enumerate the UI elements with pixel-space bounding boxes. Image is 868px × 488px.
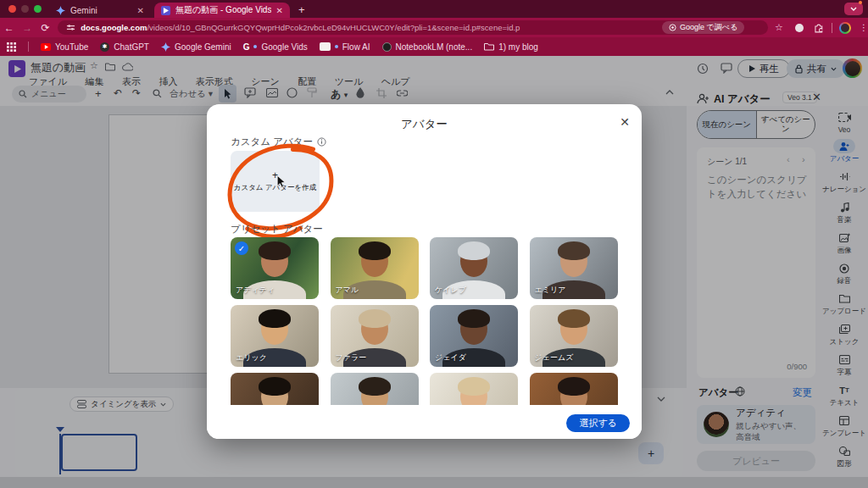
browser-address-bar: ← → ⟳ docs.google.com/videos/d/10_GBnQGu…	[0, 18, 868, 37]
avatar-tile[interactable]	[331, 373, 419, 405]
divider	[832, 23, 832, 33]
profile-avatar[interactable]	[839, 22, 851, 34]
divider	[28, 42, 29, 52]
preset-avatar-grid: ✓ アディティ アマル ケイレブ エミリア エリック ファラー	[231, 237, 618, 405]
browser-menu-icon[interactable]: ⋮	[860, 23, 868, 32]
avatar-photo	[560, 245, 587, 277]
back-icon[interactable]: ←	[0, 22, 18, 34]
bookmark-flow-ai[interactable]: Flow AI	[320, 42, 370, 52]
bookmark-folder-myblog[interactable]: 1) my blog	[484, 42, 538, 52]
gemini-sparkle-icon	[161, 42, 170, 52]
tab-google-vids[interactable]: 無題の動画 - Google Vids ✕	[154, 3, 290, 18]
avatar-tile[interactable]	[530, 373, 618, 405]
bookmark-chatgpt[interactable]: ✱ChatGPT	[100, 42, 149, 52]
chevron-down-icon	[850, 7, 857, 11]
avatar-dialog: アバター ✕ カスタム アバター + カスタム アバターを作成 プリセット アバ…	[207, 104, 642, 439]
notebooklm-icon	[382, 42, 392, 52]
bookmark-notebooklm[interactable]: NotebookLM (note...	[382, 42, 473, 52]
reload-icon[interactable]: ⟳	[36, 22, 54, 34]
avatar-photo	[261, 245, 288, 277]
avatar-photo	[460, 313, 487, 345]
avatar-photo	[560, 313, 587, 345]
bookmark-google-gemini[interactable]: Google Gemini	[161, 42, 231, 52]
avatar-tile[interactable]	[430, 373, 518, 405]
avatar-tile-farah[interactable]: ファラー	[331, 305, 419, 367]
google-g-icon: G	[243, 42, 250, 52]
window-minimize-button[interactable]	[21, 5, 29, 13]
mouse-cursor-icon	[276, 175, 287, 188]
new-tab-button[interactable]: +	[298, 3, 305, 16]
avatar-photo	[261, 313, 288, 345]
dot-icon	[335, 45, 338, 48]
avatar-tile-eric[interactable]: エリック	[231, 305, 319, 367]
avatar-photo	[261, 380, 288, 405]
avatar-tile[interactable]	[231, 373, 319, 405]
bookmarks-bar: YouTube ✱ChatGPT Google Gemini GGoogle V…	[0, 37, 868, 56]
avatar-photo	[361, 380, 388, 405]
select-button[interactable]: 選択する	[566, 414, 630, 432]
lens-icon	[669, 24, 676, 31]
update-dot	[859, 1, 862, 4]
preset-avatar-section-label: プリセット アバター	[231, 223, 323, 236]
folder-icon	[484, 42, 494, 51]
dialog-title: アバター	[207, 117, 642, 132]
google-lens-chip[interactable]: Google で調べる	[662, 21, 744, 34]
tab-gemini[interactable]: Gemini ✕	[49, 3, 151, 18]
bookmark-youtube[interactable]: YouTube	[41, 42, 88, 52]
tab-label: Gemini	[70, 6, 97, 15]
bookmark-star-icon[interactable]: ☆	[775, 22, 783, 33]
tab-label: 無題の動画 - Google Vids	[175, 4, 271, 16]
avatar-photo	[460, 380, 487, 405]
avatar-photo	[361, 313, 388, 345]
window-maximize-button[interactable]	[34, 5, 42, 13]
avatar-tile-amal[interactable]: アマル	[331, 237, 419, 299]
site-settings-icon	[66, 23, 75, 32]
avatar-tile-aditi[interactable]: ✓ アディティ	[231, 237, 319, 299]
extension-icon[interactable]	[795, 24, 804, 32]
tab-search-chevron-button[interactable]	[844, 3, 863, 15]
avatar-tile-caleb[interactable]: ケイレブ	[430, 237, 518, 299]
dot-icon	[253, 45, 257, 48]
gemini-sparkle-icon	[56, 6, 65, 15]
avatar-tile-james[interactable]: ジェームズ	[530, 305, 618, 367]
tab-close-icon[interactable]: ✕	[276, 6, 283, 15]
window-close-button[interactable]	[8, 5, 16, 13]
extensions-puzzle-icon[interactable]	[814, 23, 824, 33]
vids-favicon	[161, 6, 170, 15]
avatar-photo	[460, 245, 487, 277]
youtube-icon	[41, 43, 51, 51]
avatar-tile-emilia[interactable]: エミリア	[530, 237, 618, 299]
selected-check-badge: ✓	[235, 241, 248, 255]
apps-grid-icon[interactable]	[7, 42, 16, 52]
dialog-close-icon[interactable]: ✕	[620, 115, 630, 129]
chatgpt-icon: ✱	[100, 42, 109, 52]
url-field[interactable]: docs.google.com/videos/d/10_GBnQGurrkGQY…	[58, 20, 768, 35]
browser-tab-strip: Gemini ✕ 無題の動画 - Google Vids ✕ +	[0, 0, 868, 18]
flow-icon	[320, 42, 331, 51]
avatar-photo	[361, 245, 388, 277]
screen: Gemini ✕ 無題の動画 - Google Vids ✕ + ← → ⟳ d…	[0, 0, 868, 488]
dialog-footer: 選択する	[207, 410, 642, 439]
bookmark-google-vids[interactable]: GGoogle Vids	[243, 42, 308, 52]
tab-close-icon[interactable]: ✕	[137, 6, 144, 15]
forward-icon[interactable]: →	[18, 22, 36, 34]
avatar-photo	[560, 380, 587, 405]
avatar-tile-jada[interactable]: ジェイダ	[430, 305, 518, 367]
url-text: docs.google.com/videos/d/10_GBnQGurrkGQY…	[81, 23, 623, 32]
